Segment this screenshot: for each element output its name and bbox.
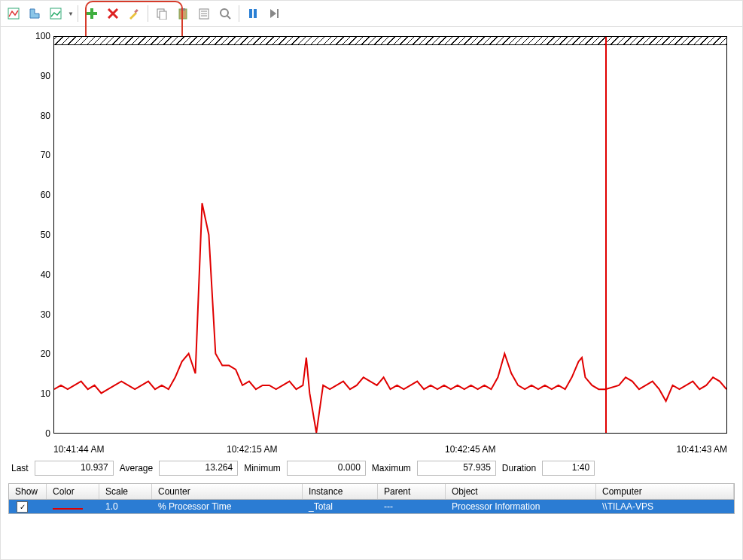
add-button[interactable] — [82, 4, 102, 23]
x-tick-0: 10:41:44 AM — [53, 444, 104, 455]
color-swatch — [53, 508, 83, 510]
separator — [78, 5, 78, 22]
max-label: Maximum — [372, 463, 411, 473]
x-tick-1: 10:42:15 AM — [227, 444, 277, 455]
td-counter: % Processor Time — [152, 501, 303, 512]
svg-rect-10 — [181, 8, 185, 11]
y-tick: 0 — [8, 428, 50, 439]
copy-button[interactable] — [152, 4, 172, 23]
y-tick: 90 — [8, 71, 50, 81]
toolbar: ▼ — [1, 1, 742, 27]
y-tick: 100 — [8, 31, 50, 41]
counter-table: Show Color Scale Counter Instance Parent… — [8, 483, 735, 514]
th-scale[interactable]: Scale — [99, 484, 152, 499]
y-tick: 40 — [8, 269, 50, 280]
last-value: 10.937 — [35, 461, 114, 476]
svg-rect-3 — [87, 12, 97, 15]
dur-label: Duration — [502, 463, 536, 473]
delete-button[interactable] — [103, 4, 123, 23]
avg-label: Average — [120, 463, 153, 473]
svg-rect-17 — [249, 9, 252, 18]
separator — [148, 5, 148, 22]
zoom-button[interactable] — [215, 4, 235, 23]
y-tick: 50 — [8, 230, 50, 240]
y-tick: 30 — [8, 309, 50, 320]
th-color[interactable]: Color — [47, 484, 99, 499]
table-header[interactable]: Show Color Scale Counter Instance Parent… — [9, 484, 734, 500]
avg-value: 13.264 — [159, 461, 238, 476]
svg-line-16 — [227, 16, 230, 19]
dur-value: 1:40 — [542, 461, 595, 476]
x-tick-2: 10:42:45 AM — [445, 444, 495, 455]
view-dropdown-icon[interactable]: ▼ — [68, 11, 74, 17]
update-button[interactable] — [264, 4, 284, 23]
content-area: 0102030405060708090100 10:41:44 AM 10:42… — [1, 27, 742, 522]
freeze-button[interactable] — [243, 4, 263, 23]
chart-line-svg — [54, 37, 726, 433]
td-show[interactable]: ✓ — [9, 501, 47, 513]
properties-button[interactable] — [194, 4, 214, 23]
svg-marker-19 — [270, 9, 276, 18]
td-parent: --- — [378, 501, 446, 512]
highlight-button[interactable] — [124, 4, 144, 23]
y-tick: 80 — [8, 111, 50, 121]
y-tick: 60 — [8, 190, 50, 200]
view-report-button[interactable] — [46, 4, 65, 23]
y-tick: 70 — [8, 150, 50, 160]
th-parent[interactable]: Parent — [378, 484, 446, 499]
view-histogram-button[interactable] — [25, 4, 44, 23]
th-computer[interactable]: Computer — [596, 484, 734, 499]
paste-button[interactable] — [173, 4, 193, 23]
td-instance: _Total — [303, 501, 378, 512]
td-computer: \\TILAA-VPS — [596, 501, 734, 512]
perfmon-window: ▼ Add (Ctrl+N) 0102030405060708090100 — [0, 0, 743, 560]
stats-row: Last 10.937 Average 13.264 Minimum 0.000… — [8, 461, 735, 476]
th-instance[interactable]: Instance — [303, 484, 378, 499]
show-checkbox[interactable]: ✓ — [17, 501, 28, 513]
time-cursor[interactable] — [605, 37, 607, 433]
y-tick: 20 — [8, 348, 50, 359]
min-value: 0.000 — [287, 461, 366, 476]
chart-area: 0102030405060708090100 10:41:44 AM 10:42… — [8, 33, 735, 455]
svg-point-15 — [221, 9, 228, 17]
last-label: Last — [11, 463, 29, 473]
td-color — [47, 501, 99, 512]
th-object[interactable]: Object — [446, 484, 596, 499]
table-row[interactable]: ✓ 1.0 % Processor Time _Total --- Proces… — [9, 500, 734, 513]
separator — [239, 5, 239, 22]
th-counter[interactable]: Counter — [152, 484, 303, 499]
plot-box[interactable] — [53, 36, 727, 434]
x-tick-3: 10:41:43 AM — [677, 444, 727, 455]
view-line-button[interactable] — [4, 4, 23, 23]
svg-rect-20 — [277, 9, 279, 18]
svg-rect-18 — [254, 9, 257, 18]
max-value: 57.935 — [417, 461, 496, 476]
td-object: Processor Information — [446, 501, 596, 512]
svg-rect-6 — [134, 9, 139, 14]
min-label: Minimum — [244, 463, 281, 473]
y-tick: 10 — [8, 388, 50, 399]
td-scale: 1.0 — [99, 501, 152, 512]
th-show[interactable]: Show — [9, 484, 47, 499]
svg-rect-8 — [160, 11, 166, 20]
